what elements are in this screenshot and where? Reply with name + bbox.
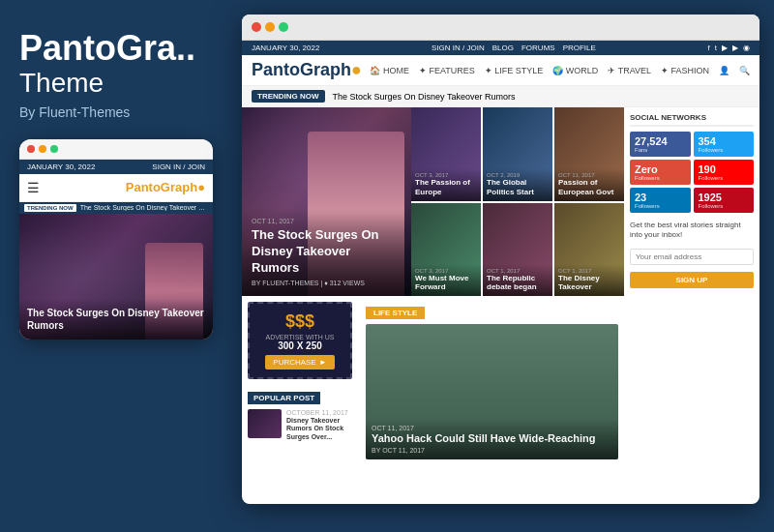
mobile-date-bar: JANUARY 30, 2022 SIGN IN / JOIN: [19, 160, 213, 174]
in-icon[interactable]: ◉: [743, 44, 750, 52]
mobile-dots: [27, 145, 58, 153]
hero-main-image[interactable]: OCT 11, 2017 The Stock Surges On Disney …: [242, 107, 411, 296]
social-google[interactable]: Zero Followers: [630, 160, 691, 185]
ad-advertise-label: ADVERTISE WITH US: [265, 334, 334, 340]
content-area: OCT 11, 2017 The Stock Surges On Disney …: [242, 107, 759, 504]
hero-meta: BY FLUENT-THEMES | ♦ 312 VIEWS: [252, 280, 402, 286]
grid-title-4: We Must Move Forward: [415, 274, 477, 292]
mobile-top-bar: [19, 139, 213, 160]
nav-fashion[interactable]: ✦ FASHION: [661, 66, 709, 75]
popular-thumbnail: [248, 409, 282, 438]
left-panel: PantoGra.. Theme By Fluent-Themes JANUAR…: [19, 29, 232, 340]
lifestyle-hero-image[interactable]: OCT 11, 2017 Yahoo Hack Could Still Have…: [366, 324, 618, 459]
social-twitter[interactable]: 354 Followers: [694, 132, 755, 157]
nav-blog[interactable]: BLOG: [492, 44, 514, 52]
mobile-logo: PantoGraph●: [126, 180, 205, 194]
nav-features[interactable]: ✦ FEATURES: [419, 66, 475, 75]
main-content: OCT 11, 2017 The Stock Surges On Disney …: [242, 107, 624, 504]
brand-subtitle: Theme: [19, 68, 232, 99]
browser-dot-yellow: [265, 22, 275, 32]
nav-travel[interactable]: ✈ TRAVEL: [608, 66, 651, 75]
grid-item-1[interactable]: OCT 3, 2017 The Passion of Europe: [411, 107, 481, 201]
g-label: Followers: [635, 175, 686, 181]
nav-user-icon[interactable]: 👤: [719, 66, 729, 75]
grid-title-3: Passion of European Govt: [558, 178, 620, 196]
fb-icon[interactable]: f: [708, 44, 710, 52]
pi-label: Followers: [699, 203, 750, 209]
nav-home[interactable]: 🏠 HOME: [370, 66, 409, 75]
hero-overlay: OCT 11, 2017 The Stock Surges On Disney …: [242, 208, 411, 296]
browser-dots: [252, 22, 288, 32]
social-youtube[interactable]: 190 Followers: [694, 160, 755, 185]
grid-title-1: The Passion of Europe: [415, 178, 477, 196]
browser-logo: PantoGraph●: [252, 60, 362, 80]
mobile-hero-title: The Stock Surges On Disney Takeover Rumo…: [27, 307, 205, 332]
lifestyle-title: Yahoo Hack Could Still Have Wide-Reachin…: [372, 431, 612, 445]
mobile-hero: The Stock Surges On Disney Takeover Rumo…: [19, 214, 213, 340]
nav-search-icon[interactable]: 🔍: [739, 66, 750, 75]
mobile-trending-label: TRENDING NOW: [24, 204, 76, 212]
social-linkedin[interactable]: 23 Followers: [630, 188, 691, 213]
popular-section: POPULAR POST OCTOBER 11, 2017 Disney Tak…: [248, 387, 352, 441]
g-count: Zero: [635, 163, 686, 175]
lifestyle-column: LIFE STYLE OCT 11, 2017 Yahoo Hack Could…: [360, 296, 624, 504]
browser-dot-green: [279, 22, 288, 32]
popular-date: OCTOBER 11, 2017: [286, 409, 352, 416]
social-pinterest[interactable]: 1925 Followers: [694, 188, 755, 213]
popular-item[interactable]: OCTOBER 11, 2017 Disney Takeover Rumors …: [248, 409, 352, 441]
grid-item-4[interactable]: OCT 3, 2017 We Must Move Forward: [411, 203, 481, 297]
social-top-icons: f t ▶ ▶ ◉: [708, 44, 750, 52]
ad-column: $$$ ADVERTISE WITH US 300 X 250 PURCHASE…: [242, 296, 358, 504]
browser-mockup: JANUARY 30, 2022 SIGN IN / JOIN BLOG FOR…: [242, 15, 759, 504]
popular-title: Disney Takeover Rumors On Stock Surges O…: [286, 417, 352, 441]
browser-trending-label: TRENDING NOW: [252, 90, 325, 103]
grid-item-5[interactable]: OCT 1, 2017 The Republic debate began: [483, 203, 552, 297]
email-input[interactable]: [630, 249, 754, 265]
tw-icon[interactable]: t: [715, 44, 717, 52]
social-column: SOCIAL NETWORKS 27,524 Fans 354 Follower…: [624, 107, 759, 504]
ad-size: 300 X 250: [278, 340, 322, 351]
lifestyle-label: LIFE STYLE: [366, 307, 425, 319]
grid-title-5: The Republic debate began: [487, 274, 549, 292]
browser-dot-red: [252, 22, 261, 32]
yt-label: Followers: [699, 175, 750, 181]
mobile-hero-overlay: The Stock Surges On Disney Takeover Rumo…: [19, 299, 213, 340]
browser-header: PantoGraph● 🏠 HOME ✦ FEATURES ✦ LIFE STY…: [242, 55, 759, 86]
hamburger-icon[interactable]: ☰: [27, 180, 40, 195]
nav-lifestyle[interactable]: ✦ LIFE STYLE: [485, 66, 544, 75]
nav-signin[interactable]: SIGN IN / JOIN: [432, 44, 485, 52]
social-grid: 27,524 Fans 354 Followers Zero Followers…: [630, 132, 754, 213]
nav-world[interactable]: 🌍 WORLD: [552, 66, 598, 75]
nav-profile[interactable]: PROFILE: [563, 44, 596, 52]
mobile-mockup: JANUARY 30, 2022 SIGN IN / JOIN ☰ PantoG…: [19, 139, 213, 340]
ad-box[interactable]: $$$ ADVERTISE WITH US 300 X 250 PURCHASE…: [248, 302, 352, 379]
mobile-trending-bar: TRENDING NOW The Stock Surges On Disney …: [19, 202, 213, 214]
mobile-trending-text: The Stock Surges On Disney Takeover Rum.…: [80, 204, 206, 211]
signup-button[interactable]: SIGN UP: [630, 272, 754, 288]
mobile-dot-red: [27, 145, 35, 153]
grid-item-6[interactable]: OCT 1, 2017 The Disney Takeover: [554, 203, 624, 297]
mobile-date: JANUARY 30, 2022: [27, 163, 95, 171]
purchase-button[interactable]: PURCHASE ►: [265, 355, 334, 369]
mobile-signin[interactable]: SIGN IN / JOIN: [152, 163, 205, 171]
social-facebook[interactable]: 27,524 Fans: [630, 132, 691, 157]
grid-item-3[interactable]: OCT 11, 2017 Passion of European Govt: [554, 107, 624, 201]
popular-info: OCTOBER 11, 2017 Disney Takeover Rumors …: [286, 409, 352, 441]
hero-main-title: The Stock Surges On Disney Takeover Rumo…: [252, 227, 402, 277]
grid-item-2[interactable]: OCT 2, 2019 The Global Politics Start: [483, 107, 552, 201]
mobile-header: ☰ PantoGraph●: [19, 174, 213, 202]
social-networks-label: SOCIAL NETWORKS: [630, 113, 754, 127]
gp-icon[interactable]: ▶: [732, 44, 738, 52]
hero-date: OCT 11, 2017: [252, 218, 402, 224]
newsletter-text: Get the best viral stories straight into…: [630, 221, 754, 241]
ad-money-icon: $$$: [285, 311, 314, 332]
yt-icon[interactable]: ▶: [722, 44, 728, 52]
browser-chrome: [242, 15, 759, 41]
grid-title-2: The Global Politics Start: [487, 178, 549, 196]
hero-grid: OCT 3, 2017 The Passion of Europe OCT 2,…: [411, 107, 624, 296]
browser-trending-bar: TRENDING NOW The Stock Surges On Disney …: [242, 86, 759, 107]
pi-count: 1925: [699, 192, 750, 203]
mobile-dot-yellow: [39, 145, 46, 153]
nav-forums[interactable]: FORUMS: [521, 44, 555, 52]
browser-trending-text: The Stock Surges On Disney Takeover Rumo…: [333, 92, 516, 102]
